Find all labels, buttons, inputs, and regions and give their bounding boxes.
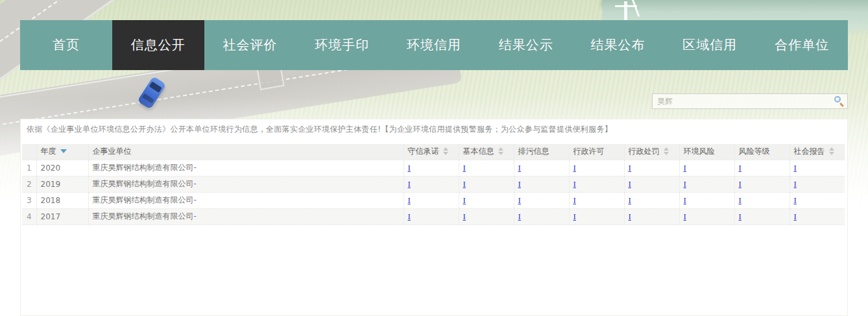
magnifier-lens [834,96,841,103]
column-label: 行政许可 [573,147,605,156]
report-link[interactable]: I [518,195,521,205]
report-link[interactable]: I [684,195,686,205]
report-link[interactable]: I [518,212,521,221]
records-table-wrap: 年度企事业单位守信承诺基本信息排污信息行政许可行政处罚环境风险风险等级社会报告 … [22,144,846,225]
column-header [22,144,36,160]
report-link[interactable]: I [518,179,521,189]
report-link[interactable]: I [408,179,411,189]
report-cell: I [734,160,790,176]
company-cell: 重庆昊辉钢结构制造有限公司- [88,192,404,208]
report-link[interactable]: I [408,212,411,221]
report-link[interactable]: I [463,179,466,189]
column-label: 企事业单位 [93,147,132,156]
report-cell: I [679,160,734,176]
report-link[interactable]: I [573,179,576,189]
column-label: 社会报告 [794,147,825,156]
report-cell: I [569,160,624,176]
report-link[interactable]: I [408,163,411,173]
report-link[interactable]: I [684,179,686,189]
year-cell: 2017 [36,208,88,225]
row-number-cell: 1 [22,160,36,176]
report-cell: I [624,160,679,176]
report-cell: I [569,192,624,208]
report-cell: I [790,176,845,192]
report-link[interactable]: I [408,195,411,205]
report-cell: I [734,176,790,192]
report-cell: I [624,192,679,208]
nav-item-6[interactable]: 结果公示 [480,20,572,70]
column-header[interactable]: 基本信息 [459,144,514,160]
report-cell: I [734,192,790,208]
nav-item-3[interactable]: 社会评价 [204,20,296,70]
report-link[interactable]: I [794,163,797,173]
report-link[interactable]: I [739,163,741,173]
report-link[interactable]: I [629,212,631,221]
report-link[interactable]: I [684,212,686,221]
report-link[interactable]: I [794,195,797,205]
table-body: 12020重庆昊辉钢结构制造有限公司-IIIIIIII22019重庆昊辉钢结构制… [22,160,845,225]
report-link[interactable]: I [573,195,576,205]
report-link[interactable]: I [629,163,631,173]
report-link[interactable]: I [684,163,686,173]
sort-icon [443,147,448,155]
column-header[interactable]: 守信承诺 [404,144,459,160]
report-cell: I [734,208,790,225]
nav-item-9[interactable]: 合作单位 [756,20,848,70]
report-cell: I [459,160,514,176]
search-input[interactable] [652,93,848,109]
column-header: 企事业单位 [88,144,404,160]
search-icon[interactable] [834,96,845,106]
company-cell: 重庆昊辉钢结构制造有限公司- [88,160,404,176]
year-cell: 2019 [36,176,88,192]
column-header[interactable]: 年度 [36,144,88,160]
column-header[interactable]: 行政处罚 [624,144,679,160]
nav-item-7[interactable]: 结果公布 [572,20,664,70]
report-link[interactable]: I [739,212,741,221]
search-box [652,93,848,109]
report-link[interactable]: I [739,179,741,189]
sort-icon [498,147,503,155]
table-row: 32018重庆昊辉钢结构制造有限公司-IIIIIIII [22,192,845,208]
report-link[interactable]: I [794,179,797,189]
table-row: 12020重庆昊辉钢结构制造有限公司-IIIIIIII [22,160,845,176]
report-cell: I [514,208,569,225]
report-cell: I [790,160,845,176]
column-header: 排污信息 [514,144,569,160]
sort-icon [829,147,834,155]
report-cell: I [679,208,734,225]
report-link[interactable]: I [463,195,466,205]
nav-item-2[interactable]: 信息公开 [112,20,204,70]
report-link[interactable]: I [463,163,466,173]
report-link[interactable]: I [629,195,631,205]
magnifier-handle [839,103,844,107]
report-cell: I [624,176,679,192]
report-link[interactable]: I [794,212,797,221]
records-table: 年度企事业单位守信承诺基本信息排污信息行政许可行政处罚环境风险风险等级社会报告 … [22,144,845,225]
report-cell: I [679,192,734,208]
year-cell: 2020 [36,160,88,176]
column-header: 行政许可 [569,144,624,160]
report-link[interactable]: I [463,212,466,221]
sort-desc-icon [60,149,67,153]
report-link[interactable]: I [629,179,631,189]
report-link[interactable]: I [518,163,521,173]
column-header[interactable]: 社会报告 [790,144,845,160]
report-cell: I [624,208,679,225]
column-label: 守信承诺 [408,147,439,156]
nav-item-8[interactable]: 区域信用 [664,20,756,70]
report-link[interactable]: I [573,212,576,221]
nav-item-4[interactable]: 环境手印 [296,20,388,70]
nav-item-1[interactable]: 首页 [20,20,112,70]
column-label: 基本信息 [463,147,494,156]
report-link[interactable]: I [573,163,576,173]
report-cell: I [514,192,569,208]
column-label: 年度 [41,147,56,156]
company-cell: 重庆昊辉钢结构制造有限公司- [88,208,404,225]
row-number-cell: 4 [22,208,36,225]
row-number-cell: 2 [22,176,36,192]
nav-item-5[interactable]: 环境信用 [388,20,480,70]
column-label: 风险等级 [739,147,770,156]
report-link[interactable]: I [739,195,741,205]
report-cell: I [459,176,514,192]
report-cell: I [569,176,624,192]
